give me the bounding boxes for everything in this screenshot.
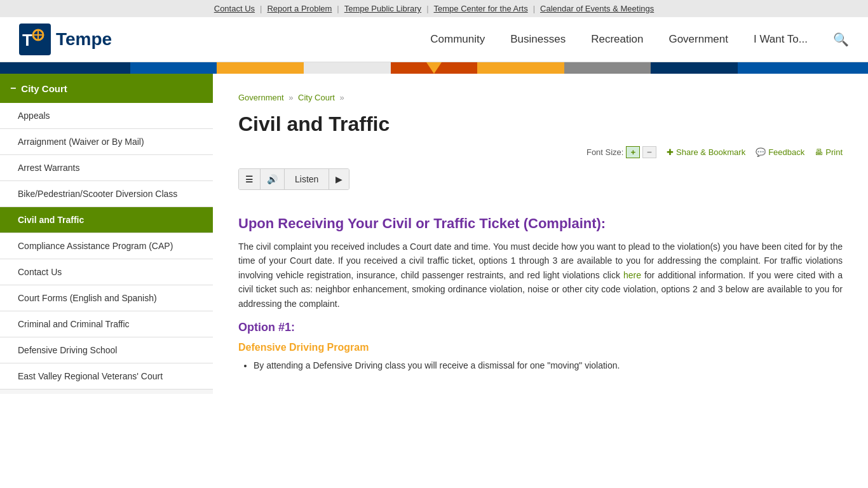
nav-businesses[interactable]: Businesses — [510, 33, 566, 46]
sidebar-appeals[interactable]: Appeals — [0, 103, 213, 129]
sidebar-veterans-court[interactable]: East Valley Regional Veterans' Court — [0, 363, 213, 390]
sep4: | — [533, 4, 535, 13]
listen-play-button[interactable]: ▶ — [329, 169, 349, 189]
sidebar-court-forms[interactable]: Court Forms (English and Spanish) — [0, 285, 213, 311]
feedback-icon: 💬 — [756, 147, 766, 157]
section1-here-link[interactable]: here — [623, 270, 641, 280]
breadcrumb-sep2: » — [339, 93, 344, 102]
listen-bar: ☰ 🔊 Listen ▶ — [238, 168, 349, 190]
sep2: | — [337, 4, 339, 13]
print-label: Print — [825, 147, 843, 157]
utility-bar: Contact Us | Report a Problem | Tempe Pu… — [0, 0, 868, 17]
section1-paragraph: The civil complaint you received include… — [238, 240, 843, 311]
listen-menu-button[interactable]: ☰ — [239, 169, 261, 189]
breadcrumb: Government » City Court » — [238, 93, 843, 102]
feedback-label: Feedback — [768, 147, 804, 157]
sidebar-arrest-warrants[interactable]: Arrest Warrants — [0, 155, 213, 181]
listen-text-button[interactable]: Listen — [285, 169, 329, 189]
share-bookmark-button[interactable]: ✚ Share & Bookmark — [667, 147, 745, 157]
font-size-label: Font Size: — [587, 147, 624, 157]
sidebar-contact-us[interactable]: Contact Us — [0, 259, 213, 285]
breadcrumb-city-court[interactable]: City Court — [298, 93, 335, 102]
content-toolbar: Font Size: + − ✚ Share & Bookmark 💬 Feed… — [238, 146, 843, 158]
nav-recreation[interactable]: Recreation — [591, 33, 643, 46]
font-size-decrease[interactable]: − — [642, 146, 656, 158]
nav-i-want-to[interactable]: I Want To... — [754, 33, 808, 46]
share-label: Share & Bookmark — [676, 147, 745, 157]
sidebar-civil-traffic[interactable]: Civil and Traffic — [0, 207, 213, 233]
sep3: | — [426, 4, 428, 13]
sidebar-title: City Court — [21, 83, 67, 94]
header: T Tempe Community Businesses Recreation … — [0, 17, 868, 62]
utility-library[interactable]: Tempe Public Library — [344, 4, 421, 13]
page-title: Civil and Traffic — [238, 112, 843, 136]
option1-bullet1: By attending a Defensive Driving class y… — [254, 358, 843, 372]
font-size-increase[interactable]: + — [626, 146, 640, 158]
share-icon: ✚ — [667, 147, 674, 157]
section1-heading: Upon Receiving Your Civil or Traffic Tic… — [238, 215, 843, 232]
option1-subheading: Defensive Driving Program — [238, 342, 843, 353]
sidebar: − City Court Appeals Arraignment (Waiver… — [0, 74, 213, 394]
main-content: Government » City Court » Civil and Traf… — [213, 74, 868, 394]
sidebar-arraignment[interactable]: Arraignment (Waiver or By Mail) — [0, 129, 213, 155]
sidebar-criminal[interactable]: Criminal and Criminal Traffic — [0, 311, 213, 337]
svg-text:T: T — [22, 30, 32, 50]
nav-community[interactable]: Community — [430, 33, 485, 46]
feedback-button[interactable]: 💬 Feedback — [756, 147, 804, 157]
search-button[interactable]: 🔍 — [833, 32, 849, 47]
sidebar-cap[interactable]: Compliance Assistance Program (CAP) — [0, 233, 213, 259]
option1-heading: Option #1: — [238, 321, 843, 334]
sep1: | — [260, 4, 262, 13]
nav-government[interactable]: Government — [668, 33, 728, 46]
sidebar-header[interactable]: − City Court — [0, 74, 213, 103]
print-button[interactable]: 🖶 Print — [815, 147, 843, 157]
utility-arts[interactable]: Tempe Center for the Arts — [434, 4, 528, 13]
option1-list: By attending a Defensive Driving class y… — [254, 358, 843, 372]
sidebar-bike[interactable]: Bike/Pedestrian/Scooter Diversion Class — [0, 181, 213, 207]
utility-report-problem[interactable]: Report a Problem — [267, 4, 332, 13]
logo-icon: T — [19, 24, 51, 55]
breadcrumb-government[interactable]: Government — [238, 93, 284, 102]
breadcrumb-sep1: » — [288, 93, 293, 102]
main-nav: Community Businesses Recreation Governme… — [430, 32, 849, 47]
color-bar — [0, 62, 868, 74]
listen-audio-button[interactable]: 🔊 — [261, 169, 285, 189]
sidebar-defensive-driving[interactable]: Defensive Driving School — [0, 337, 213, 363]
logo[interactable]: T Tempe — [19, 24, 112, 55]
utility-calendar[interactable]: Calendar of Events & Meetings — [540, 4, 654, 13]
utility-contact-us[interactable]: Contact Us — [214, 4, 255, 13]
font-size-controls: Font Size: + − — [587, 146, 656, 158]
collapse-icon: − — [10, 83, 16, 94]
print-icon: 🖶 — [815, 147, 823, 157]
page-layout: − City Court Appeals Arraignment (Waiver… — [0, 74, 868, 394]
logo-text: Tempe — [56, 29, 112, 50]
